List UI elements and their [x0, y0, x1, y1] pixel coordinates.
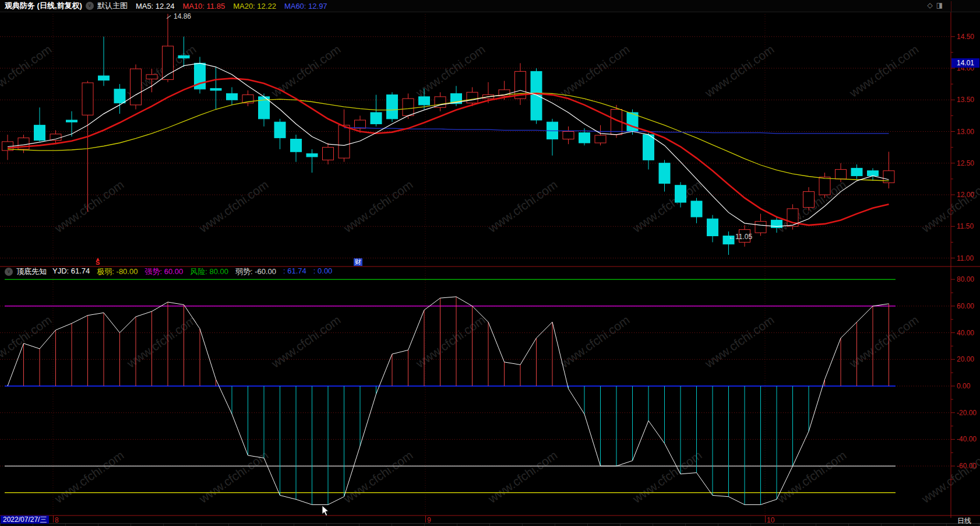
- diamond-icon[interactable]: ◇: [927, 1, 936, 9]
- ma-label-1: MA10: 11.85: [182, 2, 225, 10]
- stock-title: 观典防务 (日线,前复权): [5, 1, 82, 11]
- indicator-field-1: 极弱: -80.00: [97, 266, 138, 277]
- news-badge[interactable]: 财: [354, 258, 362, 266]
- panel-toggle-icon[interactable]: ◨: [936, 1, 946, 9]
- month-tick: [425, 516, 426, 523]
- svg-text:13.00: 13.00: [957, 128, 974, 136]
- svg-text:11.50: 11.50: [957, 222, 974, 230]
- indicator-name[interactable]: 顶底先知: [16, 266, 47, 277]
- svg-text:12.50: 12.50: [957, 159, 974, 167]
- layout-selector[interactable]: 默认主图: [97, 1, 128, 11]
- sell-signal-marker: ▲S: [96, 257, 100, 265]
- indicator-field-4: 弱势: -60.00: [235, 266, 276, 277]
- chevron-down-icon[interactable]: ∨: [5, 268, 13, 276]
- svg-text:-40.00: -40.00: [957, 435, 977, 443]
- indicator-field-2: 强势: 60.00: [144, 266, 183, 277]
- svg-text:11.00: 11.00: [957, 254, 974, 262]
- high-annotation: 14.86: [167, 12, 191, 20]
- month-tick: [765, 516, 766, 523]
- ma-legend: MA5: 12.24MA10: 11.85MA20: 12.22MA60: 12…: [136, 2, 327, 10]
- indicator-field-5: : 61.74: [283, 266, 306, 277]
- indicator-header: ∨ 顶底先知 YJD: 61.74极弱: -80.00强势: 60.00风险: …: [1, 267, 332, 276]
- svg-text:80.00: 80.00: [957, 275, 974, 283]
- svg-text:13.50: 13.50: [957, 96, 974, 104]
- ma-label-0: MA5: 12.24: [136, 2, 175, 10]
- svg-text:14.50: 14.50: [957, 33, 974, 41]
- indicator-field-0: YJD: 61.74: [52, 266, 90, 277]
- period-selector[interactable]: 日线: [957, 516, 971, 526]
- indicator-values: YJD: 61.74极弱: -80.00强势: 60.00风险: 80.00弱势…: [52, 266, 332, 277]
- axis-line-top-segment: [951, 1, 951, 12]
- svg-text:0.00: 0.00: [957, 382, 971, 390]
- svg-text:-60.00: -60.00: [957, 462, 977, 470]
- svg-text:40.00: 40.00: [957, 329, 974, 337]
- mouse-cursor: [322, 505, 330, 517]
- indicator-field-6: : 0.00: [313, 266, 333, 277]
- toolbar: 观典防务 (日线,前复权) ∨ 默认主图 MA5: 12.24MA10: 11.…: [0, 0, 980, 12]
- cursor-date-label: 2022/07/27/三: [1, 516, 49, 524]
- svg-text:-20.00: -20.00: [957, 409, 977, 417]
- last-price-tag: 14.01: [951, 58, 979, 68]
- arrow-tick-icon: [167, 15, 171, 19]
- ma-label-2: MA20: 12.22: [233, 2, 276, 10]
- low-annotation: ←11.05: [728, 233, 752, 241]
- indicator-field-3: 风险: 80.00: [190, 266, 228, 277]
- svg-text:60.00: 60.00: [957, 302, 974, 310]
- month-tick: [53, 516, 54, 523]
- ma-label-3: MA60: 12.97: [284, 2, 327, 10]
- svg-text:20.00: 20.00: [957, 355, 974, 363]
- chevron-down-icon[interactable]: ∨: [86, 2, 94, 10]
- svg-text:12.00: 12.00: [957, 191, 974, 199]
- trading-app-window: { "toolbar": { "title": "观典防务 (日线,前复权)",…: [0, 0, 980, 526]
- pagination-strip[interactable]: [0, 523, 980, 526]
